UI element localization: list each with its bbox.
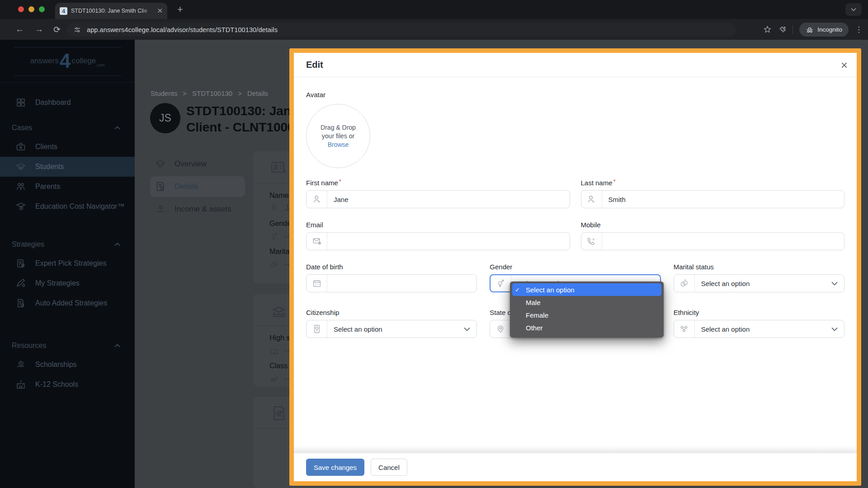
chevron-up-icon [114,344,120,347]
clipboard-check-icon [15,258,26,269]
sidebar-item-students[interactable]: Students [0,157,135,177]
dashboard-grid-icon [15,97,26,108]
dropdown-option-select-an-option[interactable]: ✓ Select an option [512,283,661,296]
logo-numeral: 4 [60,53,71,69]
tab-overview[interactable]: Overview [150,154,245,174]
citizenship-select[interactable]: Select an option [306,320,477,338]
tab-income-assets[interactable]: Income & assets [150,199,245,220]
person-icon [581,191,602,208]
breadcrumb-item[interactable]: Students [151,89,177,97]
tab-details[interactable]: Details [150,176,245,197]
sidebar-item-label: My Strategies [35,279,80,287]
zoom-window-button[interactable] [39,6,45,12]
close-icon[interactable]: × [841,59,848,71]
browse-link[interactable]: Browse [328,141,349,148]
chevron-down-icon [831,282,838,286]
save-changes-button[interactable]: Save changes [306,459,364,476]
site-settings-icon[interactable] [73,26,81,34]
rings-icon [269,259,279,269]
reload-button[interactable]: ⟳ [53,24,61,35]
last-name-label: Last name [581,179,613,187]
marital-status-field: Marital status Select an option [674,263,844,292]
edit-modal: Edit × Avatar Drag & Drop your files or … [289,48,861,486]
sidebar-section-resources[interactable]: Resources [0,337,135,355]
sidebar-item-dashboard[interactable]: Dashboard [0,93,135,113]
ethnicity-field: Ethnicity Select an option [674,309,844,338]
ethnicity-select[interactable]: Select an option [674,320,844,338]
sidebar-item-my-strategies[interactable]: My Strategies [0,273,135,293]
dob-input[interactable] [327,275,476,292]
citizenship-label: Citizenship [306,309,339,316]
marital-status-label: Marital status [674,263,714,271]
detail-tabs: Overview Details Income & assets [150,154,245,221]
last-name-field: Last name* [581,178,845,208]
new-tab-button[interactable]: + [177,4,183,15]
passport-icon [307,320,327,338]
sidebar-item-parents[interactable]: Parents [0,177,135,197]
sidebar: answers 4 college .com Dashboard Cases C… [0,40,135,488]
sidebar-item-label: Expert Pick Strategies [35,259,106,267]
sidebar-item-scholarships[interactable]: Scholarships [0,355,135,375]
breadcrumb-item[interactable]: Details [247,89,268,97]
tab-close-icon[interactable]: ✕ [157,7,163,15]
gender-icon [491,275,511,291]
dropdown-option-female[interactable]: Female [512,309,661,321]
email-input[interactable] [327,233,570,250]
marital-status-select[interactable]: Select an option [674,274,844,292]
required-asterisk: * [339,178,341,185]
gender-label: Gender [490,263,512,271]
email-field: Email [306,221,570,250]
sidebar-item-label: Auto Added Strategies [35,299,107,307]
incognito-icon [806,26,814,33]
sidebar-item-label: Scholarships [35,361,77,369]
breadcrumb: Students > STDT100130 > Details [151,89,268,97]
sidebar-item-expert-pick-strategies[interactable]: Expert Pick Strategies [0,253,135,273]
app-logo: answers 4 college .com [14,47,121,76]
url-text: app.answers4college.local/advisor/studen… [87,26,278,33]
person-icon [269,203,279,213]
browser-tab[interactable]: 4 STDT100130: Jane Smith Clie ✕ [55,3,167,19]
dropdown-option-other[interactable]: Other [512,321,661,334]
sidebar-item-clients[interactable]: Clients [0,137,135,157]
mobile-label: Mobile [581,221,601,229]
browser-menu-icon[interactable]: ⋮ [855,25,863,34]
dob-label: Date of birth [306,263,343,271]
sidebar-item-k12-schools[interactable]: K-12 Schools [0,375,135,394]
back-button[interactable]: ← [15,24,24,34]
ethnicity-icon [674,320,695,338]
sidebar-section-strategies[interactable]: Strategies [0,235,135,253]
sidebar-item-label: Parents [35,183,60,191]
minimize-window-button[interactable] [28,6,34,12]
bookmark-star-icon[interactable] [763,25,772,34]
parents-icon [15,181,26,192]
breadcrumb-item[interactable]: STDT100130 [192,89,232,97]
last-name-input[interactable] [602,191,844,208]
avatar-dropzone[interactable]: Drag & Drop your files or Browse [306,104,370,168]
extensions-icon[interactable] [778,26,786,34]
address-bar[interactable]: app.answers4college.local/advisor/studen… [67,23,736,37]
first-name-label: First name [306,179,338,187]
mobile-field: Mobile [581,221,845,250]
cancel-button[interactable]: Cancel [371,459,407,476]
chevron-down-icon [831,327,838,331]
tab-search-button[interactable] [845,3,862,16]
mobile-input[interactable] [602,233,844,250]
first-name-input[interactable] [327,191,570,208]
date-of-birth-field: Date of birth [306,263,477,292]
forward-button[interactable]: → [35,24,43,34]
classroom-icon [269,374,279,384]
phone-icon [581,233,602,250]
sidebar-item-education-cost-navigator[interactable]: Education Cost Navigator™ [0,197,135,216]
sidebar-section-cases[interactable]: Cases [0,119,135,137]
location-pin-icon [490,320,511,338]
document-gear-icon [15,298,26,309]
cap-dollar-icon [15,201,26,212]
student-avatar: JS [150,103,180,133]
sidebar-item-auto-added-strategies[interactable]: Auto Added Strategies [0,293,135,313]
close-window-button[interactable] [18,6,24,12]
window-controls[interactable] [18,6,45,12]
dropdown-option-male[interactable]: Male [512,296,661,309]
incognito-label: Incognito [817,26,842,33]
person-icon [307,191,327,208]
toolbar-divider [793,25,793,34]
